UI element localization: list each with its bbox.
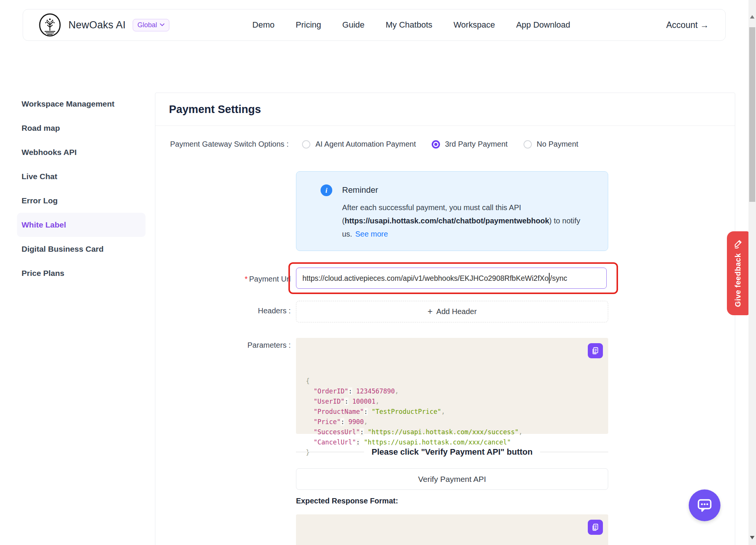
plus-icon: + [428, 307, 432, 317]
give-feedback-tab[interactable]: Give feedback [727, 231, 749, 315]
sidebar-item-error-log[interactable]: Error Log [17, 189, 146, 213]
scroll-down-arrow-icon[interactable] [750, 536, 754, 539]
radio-label: 3rd Party Payment [445, 140, 508, 149]
scrollbar-thumb[interactable] [749, 27, 755, 202]
nav-item-my-chatbots[interactable]: My Chatbots [386, 20, 432, 30]
region-label: Global [138, 21, 157, 29]
copy-button[interactable] [588, 343, 603, 358]
reminder-content: Reminder After each successful payment, … [342, 184, 580, 251]
copy-icon [591, 347, 600, 355]
radio-label: No Payment [537, 140, 578, 149]
brand-name: NewOaks AI [68, 19, 126, 31]
nav-item-pricing[interactable]: Pricing [296, 20, 321, 30]
code-line: { [306, 376, 598, 386]
header-nav: DemoPricingGuideMy ChatbotsWorkspaceApp … [253, 20, 570, 30]
code-line: "Price": 9900, [306, 417, 598, 427]
region-selector[interactable]: Global [133, 19, 169, 31]
sidebar-item-webhooks-api[interactable]: Webhooks API [17, 140, 146, 164]
sidebar-item-road-map[interactable]: Road map [17, 116, 146, 140]
payment-url-input[interactable]: https://cloud.activepieces.com/api/v1/we… [296, 268, 607, 289]
code-line: "UserID": 100001, [306, 396, 598, 407]
sidebar-item-white-label[interactable]: White Label [17, 213, 146, 237]
account-link[interactable]: Account → [666, 20, 709, 30]
code-line: "SuccessUrl": "https://usapi.hottask.com… [306, 427, 598, 437]
chat-bubble-icon [696, 497, 713, 514]
nav-item-guide[interactable]: Guide [342, 20, 365, 30]
radio-option-3rd-party-payment[interactable]: 3rd Party Payment [432, 140, 508, 149]
nav-item-workspace[interactable]: Workspace [454, 20, 495, 30]
headers-label: Headers : [155, 307, 291, 315]
code-line: "OrderID": 1234567890, [306, 386, 598, 396]
parameters-label: Parameters : [155, 341, 291, 350]
gateway-switch-row: Payment Gateway Switch Options : AI Agen… [170, 140, 578, 149]
page-title: Payment Settings [155, 93, 735, 126]
code-line: "ProductName": "TestProductPrice", [306, 407, 598, 417]
top-navbar: NewOaks AI Global DemoPricingGuideMy Cha… [23, 9, 726, 41]
nav-item-demo[interactable]: Demo [253, 20, 275, 30]
reminder-line1: After each successful payment, you must … [342, 201, 580, 214]
see-more-link[interactable]: See more [355, 230, 388, 238]
sidebar-item-workspace-management[interactable]: Workspace Management [17, 92, 146, 116]
payment-url-label: *Payment Url [155, 275, 291, 283]
verify-hint: Please click "Verify Payment API" button [296, 444, 608, 460]
parameters-code-block: { "OrderID": 1234567890, "UserID": 10000… [296, 338, 608, 434]
expected-response-label: Expected Response Format: [296, 497, 398, 505]
copy-button[interactable] [588, 520, 603, 535]
gateway-radio-group: AI Agent Automation Payment3rd Party Pay… [302, 140, 578, 149]
reminder-body: After each successful payment, you must … [342, 201, 580, 241]
copy-icon [591, 523, 600, 531]
reminder-line3: us.See more [342, 228, 580, 241]
payment-settings-card: Payment Settings Payment Gateway Switch … [155, 93, 735, 545]
required-asterisk: * [245, 275, 248, 283]
radio-selected-icon [432, 140, 440, 149]
reminder-line2: (https://usapi.hottask.com/chat/chatbot/… [342, 214, 580, 228]
nav-item-app-download[interactable]: App Download [516, 20, 570, 30]
radio-label: AI Agent Automation Payment [315, 140, 416, 149]
reminder-api-url: https://usapi.hottask.com/chat/chatbot/p… [345, 217, 549, 225]
scrollbar[interactable] [748, 0, 756, 545]
sidebar-item-digital-business-card[interactable]: Digital Business Card [17, 237, 146, 261]
pencil-icon [733, 238, 744, 249]
radio-unselected-icon [524, 140, 532, 149]
chat-widget-button[interactable] [689, 489, 720, 521]
verify-payment-api-button[interactable]: Verify Payment API [296, 468, 608, 490]
scroll-up-arrow-icon[interactable] [750, 15, 754, 19]
reminder-title: Reminder [342, 185, 580, 195]
reminder-alert: i Reminder After each successful payment… [296, 171, 608, 251]
sidebar-item-live-chat[interactable]: Live Chat [17, 164, 146, 189]
newoaks-logo-icon [38, 13, 62, 37]
chevron-down-icon [160, 23, 164, 26]
radio-option-ai-agent-automation-payment[interactable]: AI Agent Automation Payment [302, 140, 416, 149]
gateway-switch-label: Payment Gateway Switch Options : [170, 140, 288, 149]
give-feedback-label: Give feedback [734, 253, 742, 307]
radio-unselected-icon [302, 140, 310, 149]
info-icon: i [321, 184, 332, 196]
sidebar-item-price-plans[interactable]: Price Plans [17, 261, 146, 285]
settings-sidebar: Workspace ManagementRoad mapWebhooks API… [17, 92, 146, 285]
response-code-block: { "Data": { "URL": "https://checkout.str… [296, 514, 608, 545]
radio-option-no-payment[interactable]: No Payment [524, 140, 578, 149]
add-header-button[interactable]: + Add Header [296, 301, 608, 322]
text-caret [549, 273, 550, 283]
